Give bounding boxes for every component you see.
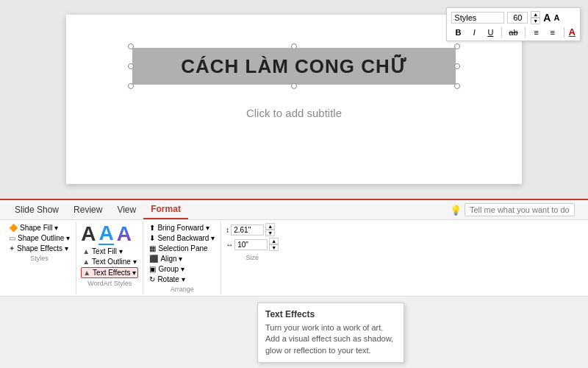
size-width-row: ↔ ▲ ▼ xyxy=(226,238,279,251)
align-label: Align ▾ xyxy=(160,255,182,263)
tell-me-input[interactable] xyxy=(465,203,575,216)
handle-tc[interactable] xyxy=(291,43,297,49)
group-label: Group ▾ xyxy=(158,265,184,273)
height-input[interactable] xyxy=(231,224,264,236)
send-backward-icon: ⬇ xyxy=(149,234,155,242)
size-height-row: ↕ ▲ ▼ xyxy=(226,223,279,236)
underline-btn[interactable]: U xyxy=(484,27,497,38)
ribbon: Slide Show Review View Format 💡 🔶 Shape … xyxy=(0,199,588,297)
shape-outline-btn[interactable]: ▭ Shape Outline ▾ xyxy=(7,233,71,243)
shape-fill-icon: 🔶 xyxy=(9,224,18,232)
wordart-sample-3[interactable]: A xyxy=(117,224,132,244)
height-up-btn[interactable]: ▲ xyxy=(265,223,275,230)
width-icon: ↔ xyxy=(226,241,233,249)
group-btn[interactable]: ▣ Group ▾ xyxy=(148,264,216,274)
shape-effects-btn[interactable]: ✦ Shape Effects ▾ xyxy=(7,244,71,253)
tab-review[interactable]: Review xyxy=(66,200,110,219)
selection-pane-icon: ▦ xyxy=(149,244,156,252)
text-fill-label: Text Fill ▾ xyxy=(92,247,123,255)
slide-title: CÁCH LÀM CONG CHỮ xyxy=(181,55,407,78)
font-size-up[interactable]: ▲ xyxy=(531,11,540,18)
tab-slideshow[interactable]: Slide Show xyxy=(7,200,66,219)
arrange-group: ⬆ Bring Forward ▾ ⬇ Send Backward ▾ ▦ Se… xyxy=(143,222,221,294)
text-fill-btn[interactable]: ▲ Text Fill ▾ xyxy=(81,247,138,256)
italic-btn[interactable]: I xyxy=(467,27,481,38)
handle-ml[interactable] xyxy=(128,63,134,69)
arrange-group-label: Arrange xyxy=(148,286,216,293)
handle-mr[interactable] xyxy=(454,63,460,69)
shapes-group-label: Styles xyxy=(7,255,71,262)
font-size-display: 60 xyxy=(507,12,528,24)
title-textbox[interactable]: CÁCH LÀM CONG CHỮ xyxy=(132,48,456,85)
bring-forward-icon: ⬆ xyxy=(149,224,155,232)
text-fill-icon: ▲ xyxy=(82,247,90,255)
tab-view[interactable]: View xyxy=(110,200,143,219)
send-backward-label: Send Backward ▾ xyxy=(157,234,215,242)
shrink-font-btn[interactable]: A xyxy=(553,13,559,22)
font-color-btn[interactable]: A xyxy=(569,26,576,38)
float-row-1: Styles 60 ▲ ▼ A A xyxy=(451,11,576,24)
align-btn[interactable]: ⬛ Align ▾ xyxy=(148,254,216,263)
bold-btn[interactable]: B xyxy=(451,27,465,38)
arrange-btns: ⬆ Bring Forward ▾ ⬇ Send Backward ▾ ▦ Se… xyxy=(148,223,216,253)
strikethrough-btn[interactable]: ab xyxy=(506,27,520,38)
send-backward-btn[interactable]: ⬇ Send Backward ▾ xyxy=(148,233,216,243)
size-group-label: Size xyxy=(226,254,279,261)
shapes-group: 🔶 Shape Fill ▾ ▭ Shape Outline ▾ ✦ Shape… xyxy=(3,222,76,294)
bring-forward-label: Bring Forward ▾ xyxy=(157,224,209,232)
group-icon: ▣ xyxy=(149,265,156,273)
handle-tr[interactable] xyxy=(454,43,460,49)
selection-pane-btn[interactable]: ▦ Selection Pane xyxy=(148,244,216,253)
text-outline-btn[interactable]: ▲ Text Outline ▾ xyxy=(81,257,138,266)
height-down-btn[interactable]: ▼ xyxy=(265,230,275,236)
grow-font-btn[interactable]: A xyxy=(543,12,551,24)
shape-outline-icon: ▭ xyxy=(9,234,15,242)
width-down-btn[interactable]: ▼ xyxy=(269,244,279,251)
width-input[interactable] xyxy=(234,239,268,250)
text-effects-icon: ▲ xyxy=(83,269,90,277)
tooltip-line2: Add a visual effect such as shadow, glow… xyxy=(265,334,393,354)
tooltip-popup: Text Effects Turn your work into a work … xyxy=(257,302,404,363)
ribbon-wrapper: Slide Show Review View Format 💡 🔶 Shape … xyxy=(0,199,588,297)
shape-fill-btn[interactable]: 🔶 Shape Fill ▾ xyxy=(7,223,71,233)
wordart-sample-1[interactable]: A xyxy=(81,224,96,244)
align-center-btn[interactable]: ≡ xyxy=(530,27,543,38)
align-icon: ⬛ xyxy=(149,255,158,263)
divider xyxy=(501,27,502,38)
handle-br[interactable] xyxy=(454,83,460,89)
subtitle-placeholder[interactable]: Click to add subtitle xyxy=(246,107,342,119)
shapes-btns: 🔶 Shape Fill ▾ ▭ Shape Outline ▾ ✦ Shape… xyxy=(7,223,71,253)
width-up-btn[interactable]: ▲ xyxy=(269,238,279,244)
font-size-arrows: ▲ ▼ xyxy=(531,11,540,24)
ribbon-tabs: Slide Show Review View Format 💡 xyxy=(0,200,588,220)
divider2 xyxy=(525,27,526,38)
handle-bl[interactable] xyxy=(128,83,134,89)
font-name-display: Styles xyxy=(451,12,504,24)
handle-tl[interactable] xyxy=(128,43,134,49)
tab-format[interactable]: Format xyxy=(143,200,188,219)
text-outline-label: Text Outline ▾ xyxy=(92,258,137,266)
rotate-label: Rotate ▾ xyxy=(157,275,184,283)
text-effects-btn[interactable]: ▲ Text Effects ▾ xyxy=(81,267,138,278)
align-right-btn[interactable]: ≡ xyxy=(546,27,559,38)
text-outline-icon: ▲ xyxy=(82,258,90,266)
wordart-group: A A A ▲ Text Fill ▾ ▲ Text Outline ▾ ▲ xyxy=(76,222,143,294)
height-arrows: ▲ ▼ xyxy=(265,223,275,236)
handle-bc[interactable] xyxy=(291,83,297,89)
font-size-down[interactable]: ▼ xyxy=(531,18,540,24)
divider3 xyxy=(564,27,564,38)
slide-area: CÁCH LÀM CONG CHỮ Click to add subtitle … xyxy=(0,0,588,199)
tooltip-line1: Turn your work into a work of art. xyxy=(265,323,383,332)
rotate-btn[interactable]: ↻ Rotate ▾ xyxy=(148,275,216,284)
width-arrows: ▲ ▼ xyxy=(269,238,279,251)
lightbulb-icon: 💡 xyxy=(450,205,462,216)
text-effects-label: Text Effects ▾ xyxy=(93,269,136,277)
float-row-2: B I U ab ≡ ≡ A xyxy=(451,26,576,38)
size-group: ↕ ▲ ▼ ↔ ▲ ▼ Size xyxy=(221,222,283,294)
wordart-sample-2[interactable]: A xyxy=(98,223,113,245)
selection-pane-label: Selection Pane xyxy=(158,244,207,252)
ribbon-content: 🔶 Shape Fill ▾ ▭ Shape Outline ▾ ✦ Shape… xyxy=(0,220,588,297)
tell-me-box: 💡 xyxy=(444,200,581,219)
tooltip-body: Turn your work into a work of art. Add a… xyxy=(265,322,396,356)
bring-forward-btn[interactable]: ⬆ Bring Forward ▾ xyxy=(148,223,216,233)
